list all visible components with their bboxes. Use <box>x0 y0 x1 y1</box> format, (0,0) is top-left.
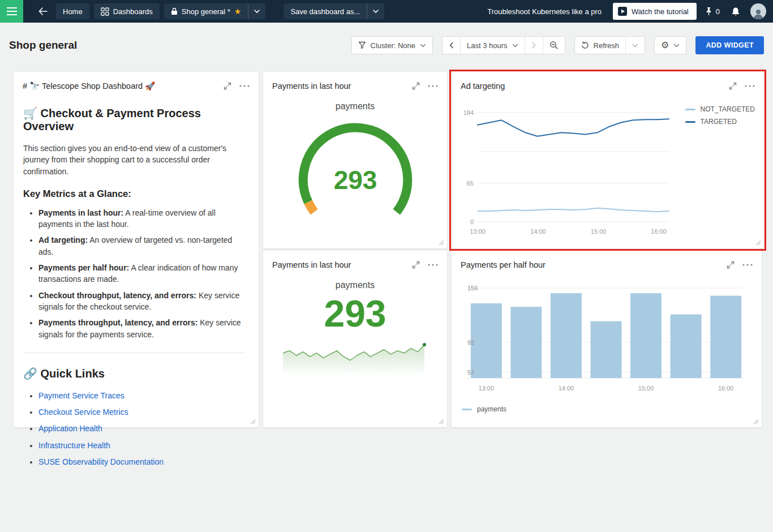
widget-menu-button[interactable] <box>236 79 253 93</box>
resize-handle[interactable] <box>753 419 760 426</box>
metrics-list: Payments in last hour: A real-time overv… <box>23 207 244 340</box>
filter-funnel-icon <box>358 41 366 49</box>
gear-icon: ⚙ <box>661 41 669 50</box>
svg-text:92: 92 <box>467 339 474 346</box>
legend-item-not-targeted[interactable]: NOT_TARGETED <box>685 105 755 113</box>
svg-text:13:00: 13:00 <box>470 228 486 235</box>
refresh-button[interactable]: Refresh <box>575 37 626 54</box>
time-range-button[interactable]: Last 3 hours <box>460 37 525 54</box>
overview-heading: 🛒 Checkout & Payment Process Overview <box>23 106 244 133</box>
favorite-star-icon[interactable]: ★ <box>234 7 242 15</box>
markdown-content: 🛒 Checkout & Payment Process Overview Th… <box>14 97 259 490</box>
link-application-health[interactable]: Application Health <box>38 424 102 433</box>
dashboards-label: Dashboards <box>113 7 153 16</box>
chevron-down-icon <box>632 44 638 48</box>
quick-links-heading: 🔗 Quick Links <box>23 367 244 380</box>
add-widget-button[interactable]: ADD WIDGET <box>695 36 764 54</box>
chevron-left-icon <box>449 42 454 49</box>
cluster-filter-label: Cluster: None <box>371 41 415 50</box>
payments-sparkline-chart[interactable] <box>282 341 429 375</box>
page-title: Shop general <box>9 39 77 52</box>
expand-widget-button[interactable] <box>407 258 424 272</box>
link-payment-service-traces[interactable]: Payment Service Traces <box>38 391 124 400</box>
quick-links-list: Payment Service Traces Checkout Service … <box>23 390 244 467</box>
ellipsis-icon <box>239 85 250 87</box>
dashboard-settings-button[interactable]: ⚙ <box>655 37 686 54</box>
list-item: Checkout throughput, latency, and errors… <box>38 290 244 313</box>
play-icon <box>618 7 627 16</box>
widget-menu-button[interactable] <box>741 79 758 93</box>
refresh-chevron-button[interactable] <box>625 37 645 54</box>
ad-targeting-chart[interactable]: 18465013:0014:0015:0016:00 <box>455 97 675 238</box>
widget-header: Ad targeting <box>452 72 764 97</box>
expand-icon <box>411 81 420 91</box>
resize-handle[interactable] <box>439 419 445 426</box>
back-arrow-icon <box>38 7 48 16</box>
resize-handle[interactable] <box>755 240 762 247</box>
expand-widget-button[interactable] <box>724 79 741 93</box>
expand-widget-button[interactable] <box>219 79 236 93</box>
list-item: Ad targeting: An overview of targeted vs… <box>38 234 244 258</box>
expand-widget-button[interactable] <box>407 79 424 93</box>
list-item: Application Health <box>38 423 244 434</box>
widget-header: # 🔭 Telescope Shop Dashboard 🚀 <box>14 72 259 97</box>
link-checkout-service-metrics[interactable]: Checkout Service Metrics <box>38 407 128 417</box>
svg-text:184: 184 <box>463 109 474 116</box>
link-infrastructure-health[interactable]: Infrastructure Health <box>38 441 110 450</box>
widget-title: Payments per half hour <box>461 260 546 269</box>
save-dashboard-chevron-button[interactable] <box>367 3 384 19</box>
zoom-out-icon <box>549 41 559 50</box>
time-back-button[interactable] <box>443 37 460 54</box>
ellipsis-icon <box>428 264 438 266</box>
resize-handle[interactable] <box>439 240 445 247</box>
legend-label[interactable]: payments <box>477 405 506 413</box>
zoom-out-time-button[interactable] <box>543 37 565 54</box>
time-forward-button[interactable] <box>525 37 543 54</box>
widget-header: Payments in last hour <box>263 72 447 97</box>
list-item: Payment Service Traces <box>38 390 244 401</box>
user-avatar[interactable] <box>750 3 766 19</box>
legend-item-targeted[interactable]: TARGETED <box>685 118 755 126</box>
person-icon <box>752 8 765 19</box>
svg-text:16:00: 16:00 <box>718 385 734 392</box>
back-button[interactable] <box>35 3 51 19</box>
chevron-down-icon <box>673 44 680 48</box>
chart-legend: payments <box>452 398 762 413</box>
widget-menu-button[interactable] <box>424 258 441 272</box>
time-range-group: Last 3 hours <box>442 36 565 54</box>
dashboard-selector-chevron-button[interactable] <box>248 3 265 19</box>
link-suse-observability-docs[interactable]: SUSE Observability Documentation <box>38 457 164 466</box>
dashboard-selector: Shop general * ★ <box>164 3 266 19</box>
notifications-button[interactable] <box>728 5 744 18</box>
watch-tutorial-button[interactable]: Watch the tutorial <box>613 3 697 20</box>
save-dashboard-as-button[interactable]: Save dashboard as... <box>284 3 367 19</box>
svg-text:15:00: 15:00 <box>638 385 654 392</box>
list-item: Payments per half hour: A clear indicati… <box>38 262 244 285</box>
hamburger-menu-button[interactable] <box>0 0 23 23</box>
home-button[interactable]: Home <box>56 3 89 19</box>
dashboards-grid-icon <box>101 7 109 16</box>
ellipsis-icon <box>745 85 755 87</box>
ellipsis-icon <box>742 264 753 266</box>
payments-bar-chart[interactable]: 156925713:0014:0015:0016:00 <box>461 278 753 398</box>
expand-icon <box>223 81 232 91</box>
legend-swatch <box>685 109 695 110</box>
pinned-items-button[interactable]: 0 <box>701 5 723 18</box>
resize-handle[interactable] <box>250 419 257 426</box>
svg-text:13:00: 13:00 <box>479 385 495 392</box>
widget-menu-button[interactable] <box>424 79 441 93</box>
expand-widget-button[interactable] <box>722 258 739 272</box>
chevron-down-icon <box>512 44 518 48</box>
refresh-group: Refresh <box>574 36 646 54</box>
header-controls: Cluster: None Last 3 hours <box>351 36 764 54</box>
widget-menu-button[interactable] <box>739 258 756 272</box>
svg-text:65: 65 <box>467 180 474 187</box>
svg-text:15:00: 15:00 <box>591 228 607 235</box>
home-label: Home <box>63 7 83 16</box>
time-range-label: Last 3 hours <box>467 41 508 50</box>
dashboards-button[interactable]: Dashboards <box>94 3 160 19</box>
current-dashboard-button[interactable]: Shop general * ★ <box>164 3 248 19</box>
svg-text:16:00: 16:00 <box>651 228 667 235</box>
cluster-filter-button[interactable]: Cluster: None <box>352 37 432 54</box>
svg-text:14:00: 14:00 <box>559 385 574 392</box>
